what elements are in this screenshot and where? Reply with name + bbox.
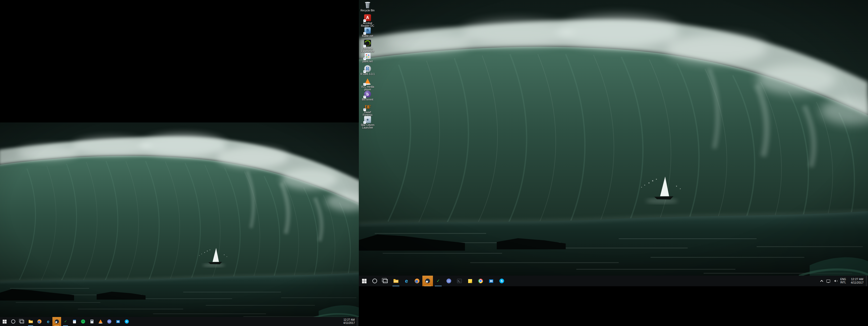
- taskbar-button-task-view[interactable]: [380, 276, 391, 286]
- taskbar-button-cortana[interactable]: [9, 317, 18, 326]
- taskbar-button-firefox[interactable]: [35, 317, 44, 326]
- edge-icon: [45, 319, 51, 324]
- taskbar-button-sticky-notes[interactable]: [465, 276, 475, 286]
- taskbar-button-cortana[interactable]: [369, 276, 380, 286]
- taskbar-right-clock[interactable]: 12:27 AM 4/11/2017: [848, 277, 866, 284]
- desktop-icon-dwarf-fortress[interactable]: Dwarf Fortress: [359, 103, 376, 115]
- clock-time: 12:27 AM: [343, 318, 354, 322]
- clock-date: 4/11/2017: [851, 281, 864, 284]
- firefox-icon: [36, 319, 42, 324]
- taskbar-left-icon-strip: [0, 317, 131, 326]
- acrobat-icon: [364, 14, 372, 22]
- check-icon: [435, 278, 441, 284]
- taskbar-button-steam[interactable]: [53, 317, 61, 326]
- chevron-up-icon[interactable]: [818, 276, 825, 286]
- bittorrent-icon: [364, 90, 372, 98]
- desktop-icon-star-citizen[interactable]: Star Citizen Launcher: [359, 115, 376, 128]
- shortcut-arrow-overlay: [363, 19, 366, 22]
- desktop-icon-geforce[interactable]: GeForce Experience: [359, 39, 376, 52]
- shortcut-arrow-overlay: [363, 32, 366, 35]
- taskbar-button-calculator[interactable]: [87, 317, 96, 326]
- chrome-icon: [477, 278, 484, 284]
- console-icon: [456, 278, 463, 284]
- taskbar-button-skype[interactable]: [496, 276, 507, 286]
- tray-icon-strip: [818, 276, 838, 286]
- taskbar-button-check[interactable]: [61, 317, 70, 326]
- desktop-icon-label: BitTorrent: [362, 98, 373, 101]
- geforce-icon: [364, 39, 372, 47]
- volume-icon[interactable]: [832, 276, 838, 286]
- desktop-icon-vlc[interactable]: VLC media player: [359, 77, 376, 90]
- taskbar-button-console[interactable]: [454, 276, 465, 286]
- file-explorer-icon: [393, 278, 399, 284]
- vlc-icon: [364, 77, 372, 85]
- star-citizen-icon: [364, 115, 372, 124]
- shortcut-arrow-overlay: [363, 57, 366, 60]
- task-view-icon: [382, 278, 389, 284]
- wallpaper-wave-sailboat: [359, 0, 868, 286]
- cortana-icon: [372, 278, 378, 284]
- taskbar-button-discord[interactable]: [105, 317, 114, 326]
- taskbar-button-spotify[interactable]: [79, 317, 87, 326]
- taskbar-button-skype[interactable]: [122, 317, 131, 326]
- recycle-bin-icon: [364, 1, 372, 9]
- edge-icon: [403, 278, 410, 284]
- taskbar-button-check[interactable]: [433, 276, 443, 286]
- taskbar-button-notepad[interactable]: [70, 317, 79, 326]
- taskbar-button-file-explorer[interactable]: [26, 317, 35, 326]
- show-desktop-button[interactable]: [866, 276, 868, 286]
- taskbar-button-chrome[interactable]: [475, 276, 486, 286]
- taskbar-button-firefox[interactable]: [412, 276, 422, 286]
- taskbar-button-file-explorer[interactable]: [391, 276, 401, 286]
- start-icon: [361, 278, 367, 284]
- desktop-icon-label: Recycle Bin: [361, 9, 375, 12]
- taskbar-button-start[interactable]: [359, 276, 369, 286]
- desktop-icon-battlenet[interactable]: Battle.net: [359, 27, 376, 39]
- dwarf-fortress-icon: [364, 103, 372, 111]
- discord-icon: [446, 278, 452, 284]
- taskbar-button-steam[interactable]: [422, 276, 433, 286]
- taskbar-button-edge[interactable]: [44, 317, 53, 326]
- store-icon: [488, 278, 494, 284]
- sticky-notes-icon: [467, 278, 473, 284]
- task-view-icon: [19, 319, 25, 324]
- firefox-icon: [414, 278, 420, 284]
- spotify-icon: [80, 319, 86, 324]
- desktop-icon-label: Star Citizen Launcher: [359, 124, 376, 129]
- taskbar-button-start[interactable]: [0, 317, 9, 326]
- desktop-icon-bittorrent[interactable]: BitTorrent: [359, 90, 376, 103]
- language-line1: ENG: [840, 278, 846, 281]
- clock-time: 12:27 AM: [851, 277, 863, 281]
- shortcut-arrow-overlay: [363, 96, 366, 98]
- desktop-icon-r[interactable]: R i386 3.3.1: [359, 65, 376, 77]
- taskbar-button-edge[interactable]: [401, 276, 412, 286]
- taskbar-button-task-view[interactable]: [18, 317, 26, 326]
- desktop-icon-recycle-bin[interactable]: Recycle Bin: [359, 1, 376, 14]
- calculator-icon: [89, 319, 94, 324]
- desktop-icon-paintnet[interactable]: paint.net: [359, 52, 376, 65]
- network-icon[interactable]: [825, 276, 832, 286]
- vlc-icon: [98, 319, 103, 324]
- show-desktop-button[interactable]: [357, 317, 359, 326]
- taskbar-button-vlc[interactable]: [96, 317, 105, 326]
- skype-icon: [499, 278, 505, 284]
- taskbar-left-clock[interactable]: 12:27 AM 4/11/2017: [341, 317, 357, 326]
- desktop-icon-acrobat[interactable]: Acrobat Reader DC: [359, 14, 376, 27]
- steam-icon: [425, 278, 431, 284]
- language-line2: INTL: [840, 281, 846, 284]
- battlenet-icon: [364, 27, 372, 34]
- taskbar-button-store[interactable]: [114, 317, 122, 326]
- discord-icon: [106, 319, 112, 324]
- language-indicator[interactable]: ENG INTL: [838, 278, 848, 284]
- taskbar-button-store[interactable]: [486, 276, 496, 286]
- taskbar-button-discord[interactable]: [443, 276, 454, 286]
- start-icon: [2, 319, 7, 324]
- shortcut-arrow-overlay: [363, 45, 366, 48]
- shortcut-arrow-overlay: [363, 121, 366, 124]
- steam-icon: [54, 319, 60, 324]
- system-tray: ENG INTL 12:27 AM 4/11/2017: [818, 276, 868, 286]
- wallpaper-wave-sailboat: [0, 123, 359, 326]
- desktop-icon-label: Battle.net: [362, 35, 373, 37]
- desktop-icon-label: R i386 3.3.1: [361, 73, 375, 76]
- monitor-left: 12:27 AM 4/11/2017: [0, 123, 359, 326]
